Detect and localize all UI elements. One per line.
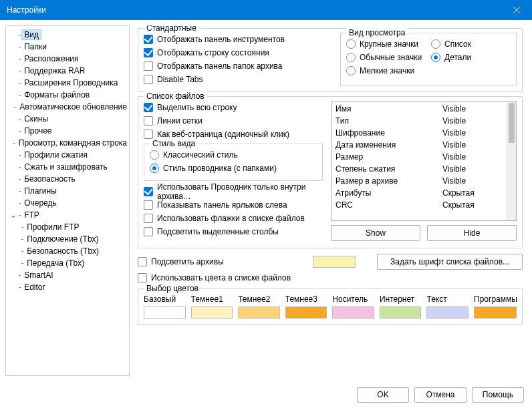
color-swatch[interactable] [380,307,422,319]
standard-checkbox[interactable]: Отображать строку состояния [144,46,332,59]
tree-item[interactable]: ···Плагины [6,185,129,197]
help-button[interactable]: Помощь [472,387,524,403]
tree-item[interactable]: ···Подключение (Tbx) [6,233,129,245]
color-swatch[interactable] [191,307,233,319]
caret-icon: ⌄ [10,210,18,220]
column-row[interactable]: АтрибутыСкрытая [336,187,503,199]
standard-checkbox-label: Отображать панель инструментов [157,35,285,44]
column-row[interactable]: ИмяVisible [336,103,503,115]
tree-item[interactable]: ···Автоматическое обновление [6,101,129,113]
tree-item[interactable]: ···Editor [6,281,129,293]
filelist-checkbox[interactable]: Подсветить выделенные столбы [144,225,323,238]
color-swatch[interactable] [426,307,469,319]
column-row[interactable]: Размер в архивеVisible [336,175,503,187]
viewmode-radio-label: Мелкие значки [360,66,414,75]
settings-tree[interactable]: ···Вид···Папки···Расположения···Поддержк… [5,25,130,376]
filelist-group: Список файлов Выделить всю строкуЛинии с… [138,96,523,248]
hide-button[interactable]: Hide [427,225,517,241]
color-swatch[interactable] [332,307,374,319]
column-row[interactable]: ТипVisible [336,115,503,127]
column-row[interactable]: Степень сжатияVisible [336,163,503,175]
tree-item[interactable]: ···Сжать и зашифровать [6,161,129,173]
tree-item-label: Плагины [22,186,59,196]
viewstyle-radio-label: Классический стиль [163,150,238,160]
highlight-color-swatch[interactable] [313,256,356,268]
color-swatch[interactable] [285,307,327,319]
columns-listbox[interactable]: ИмяVisibleТипVisibleШифрованиеVisibleДат… [331,101,517,221]
tree-item[interactable]: ···Форматы файлов [6,89,129,101]
tree-item[interactable]: ···Прочее [6,125,129,137]
color-column: Темнее2 [238,294,280,319]
standard-group: Стандартные Отображать панель инструмент… [138,28,523,92]
column-row[interactable]: РазмерVisible [336,151,503,163]
columns-scrollbar[interactable] [507,101,516,220]
tree-item[interactable]: ···Расположения [6,53,129,65]
tree-item[interactable]: ···Поддержка RAR [6,65,129,77]
column-row[interactable]: Дата измененияVisible [336,139,503,151]
filelist-legend: Список файлов [144,91,207,101]
viewmode-radio[interactable]: Детали [431,51,511,64]
cancel-button[interactable]: Отмена [414,387,467,403]
color-swatch[interactable] [238,307,280,319]
tree-item[interactable]: ···Расширения Проводника [6,77,129,89]
viewstyle-radio[interactable]: Стиль проводника (с папками) [150,162,317,175]
column-row[interactable]: ШифрованиеVisible [336,127,503,139]
tree-item[interactable]: ···Папки [6,41,129,53]
column-name: Шифрование [336,128,442,138]
highlight-archives-check[interactable]: Подсветить архивы [138,255,305,268]
viewmode-legend: Вид просмотра [346,28,408,37]
tree-item-label: Очередь [22,198,59,208]
color-label: Темнее2 [238,294,280,307]
viewmode-radio[interactable]: Мелкие значки [346,64,426,77]
checkbox-icon [144,35,153,44]
tree-item[interactable]: ···Вид [6,29,129,41]
column-row[interactable]: CRCСкрытая [336,199,503,211]
tree-item-label: Безопасность (Tbx) [25,246,101,256]
tree-item[interactable]: ···SmartAI [6,269,129,281]
standard-legend: Стандартные [144,25,199,33]
filelist-checkbox[interactable]: Выделить всю строку [144,101,323,114]
standard-checkbox[interactable]: Отображать панель инструментов [144,33,332,46]
ok-button[interactable]: OK [357,387,409,403]
color-column: Темнее3 [285,294,327,319]
tree-item[interactable]: ···Очередь [6,197,129,209]
filelist-checkbox[interactable]: Линии сетки [144,114,323,128]
standard-checkbox[interactable]: Disable Tabs [144,73,332,86]
window-title: Настройки [7,5,525,15]
tree-item[interactable]: ···Безопасность (Tbx) [6,245,129,257]
standard-checkbox[interactable]: Отображать панель папок архива [144,59,332,73]
color-column: Интернет [380,294,422,319]
set-font-button[interactable]: Задать шрифт списка файлов... [377,254,523,270]
viewmode-radio[interactable]: Крупные значки [346,37,426,51]
close-button[interactable] [501,0,532,20]
radio-icon [346,66,356,75]
tree-item[interactable]: ···Скины [6,113,129,125]
filelist-checkbox[interactable]: Использовать Проводник только внутри арх… [144,185,323,198]
filelist-checkbox[interactable]: Использовать флажки в списке файлов [144,212,323,225]
use-colors-check[interactable]: Использовать цвета в списке файлов [138,271,523,284]
scroll-thumb[interactable] [509,103,515,143]
color-column: Темнее1 [191,294,233,319]
viewstyle-radio[interactable]: Классический стиль [150,148,317,162]
show-button[interactable]: Show [331,225,420,241]
column-name: Тип [336,116,442,126]
tree-item[interactable]: ···Безопасность [6,173,129,185]
viewmode-group: Вид просмотра Крупные значкиОбычные знач… [340,33,517,86]
checkbox-icon [144,48,153,57]
color-swatch[interactable] [474,307,517,319]
tree-item[interactable]: ⌄···FTP [6,209,129,221]
column-visibility: Visible [442,164,503,174]
tree-item[interactable]: ···Просмотр, командная строка [6,137,129,149]
viewmode-radio[interactable]: Обычные значки [346,51,426,64]
color-swatch[interactable] [144,307,186,319]
color-label: Темнее1 [191,294,233,307]
viewmode-radio[interactable]: Список [431,37,511,51]
tree-item-label: Форматы файлов [22,90,92,99]
filelist-checkbox-label: Показывать панель ярлыков слева [157,200,287,210]
standard-checkbox-label: Отображать строку состояния [157,48,269,57]
tree-item[interactable]: ···Профили сжатия [6,149,129,161]
tree-item-label: Автоматическое обновление [17,102,129,112]
tree-item[interactable]: ···Профили FTP [6,221,129,233]
viewmode-radio-label: Список [444,39,471,49]
tree-item[interactable]: ···Передача (Tbx) [6,257,129,269]
